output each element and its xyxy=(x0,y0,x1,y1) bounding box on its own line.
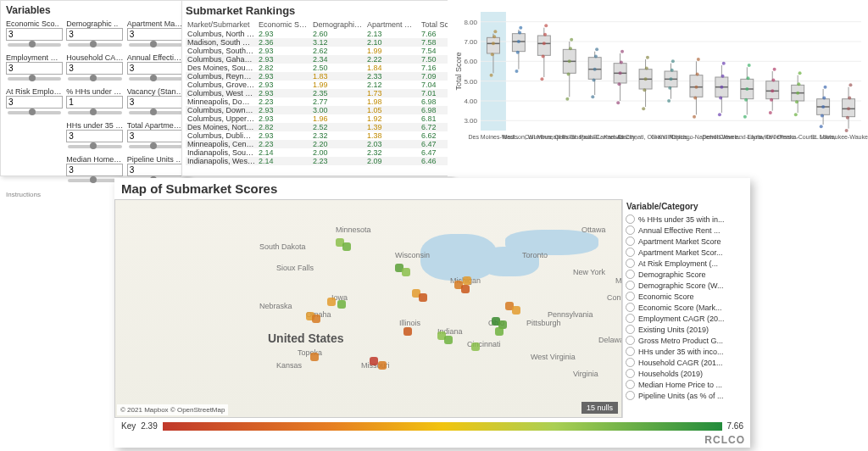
map-state-label: Nebraska xyxy=(259,302,292,310)
map-label: United States xyxy=(268,331,343,345)
logo: RCLCO xyxy=(704,434,745,446)
variables-title: Variables xyxy=(6,4,184,16)
table-row[interactable]: Columbus, Dublin/Hilliard2.932.321.386.6… xyxy=(186,131,453,140)
svg-rect-15 xyxy=(487,37,499,53)
svg-point-143 xyxy=(845,129,849,132)
table-row[interactable]: Des Moines, Northeast ..2.822.521.396.72 xyxy=(186,123,453,131)
category-list[interactable]: Variable/Category % HHs under 35 with in… xyxy=(622,199,750,418)
category-option[interactable]: % HHs under 35 with in... xyxy=(623,214,750,225)
map-state-label: Virginia xyxy=(573,370,598,378)
var-slider[interactable] xyxy=(68,77,121,81)
map-marker[interactable] xyxy=(312,315,320,323)
map-state-label: Illinois xyxy=(399,319,420,327)
category-option[interactable]: Apartment Market Score xyxy=(623,236,750,247)
var-input[interactable] xyxy=(66,28,123,41)
category-option[interactable]: Annual Effective Rent ... xyxy=(623,225,750,236)
svg-point-48 xyxy=(570,38,573,42)
category-option[interactable]: Household CAGR (201... xyxy=(623,357,750,368)
svg-point-20 xyxy=(492,35,496,38)
svg-point-84 xyxy=(671,59,675,63)
var-input[interactable] xyxy=(66,130,123,142)
svg-point-138 xyxy=(824,86,827,89)
map-canvas[interactable]: © 2021 Mapbox © OpenStreetMap 15 nulls U… xyxy=(114,199,622,418)
table-row[interactable]: Indianapolis, West India..2.142.232.096.… xyxy=(186,157,453,165)
var-input[interactable] xyxy=(127,130,184,142)
table-row[interactable]: Columbus, North Centr..2.932.602.137.66 xyxy=(186,30,453,38)
var-input[interactable] xyxy=(6,28,63,41)
var-label: Vacancy (Standard De.. xyxy=(127,87,184,96)
var-input[interactable] xyxy=(66,164,123,176)
var-slider[interactable] xyxy=(129,111,182,114)
map-marker[interactable] xyxy=(495,327,504,336)
var-slider[interactable] xyxy=(129,43,182,47)
col-header[interactable]: Demographic Score xyxy=(311,19,365,30)
map-marker[interactable] xyxy=(463,276,471,285)
map-marker[interactable] xyxy=(444,336,453,344)
var-input[interactable] xyxy=(127,164,184,176)
category-option[interactable]: HHs under 35 with inco... xyxy=(623,346,750,357)
category-option[interactable]: Economic Score (Mark... xyxy=(623,302,750,313)
category-option[interactable]: Gross Metro Product G... xyxy=(623,335,750,346)
category-option[interactable]: Apartment Market Scor... xyxy=(623,247,750,258)
table-row[interactable]: Madison, South Central..2.363.122.107.58 xyxy=(186,38,453,47)
var-slider[interactable] xyxy=(68,111,121,114)
table-row[interactable]: Columbus, Southeast C..2.932.621.997.54 xyxy=(186,47,453,55)
category-option[interactable]: Demographic Score (W... xyxy=(623,280,750,291)
var-input[interactable] xyxy=(6,62,63,75)
table-row[interactable]: Columbus, Upper Arling..2.931.961.926.81 xyxy=(186,114,453,123)
category-option[interactable]: Demographic Score xyxy=(623,269,750,280)
category-option[interactable]: Existing Units (2019) xyxy=(623,324,750,335)
category-option[interactable]: At Risk Employment (... xyxy=(623,258,750,269)
col-header[interactable]: Apartment Market S.. xyxy=(365,19,420,30)
var-slider[interactable] xyxy=(8,77,61,81)
svg-point-107 xyxy=(743,115,747,119)
var-slider[interactable] xyxy=(68,145,121,148)
table-row[interactable]: Columbus, Gahanna/N..2.932.342.227.50 xyxy=(186,55,453,64)
category-option[interactable]: Economic Score xyxy=(623,291,750,302)
map-marker[interactable] xyxy=(402,268,410,276)
table-row[interactable]: Columbus, Reynoldsbur..2.931.832.337.09 xyxy=(186,72,453,81)
var-label: At Risk Employmen.. xyxy=(6,87,63,96)
map-marker[interactable] xyxy=(310,353,319,361)
map-marker[interactable] xyxy=(461,285,470,293)
map-marker[interactable] xyxy=(471,342,480,351)
svg-text:5.00: 5.00 xyxy=(464,78,477,86)
map-marker[interactable] xyxy=(342,242,351,251)
var-input[interactable] xyxy=(127,96,184,109)
category-option[interactable]: Households (2019) xyxy=(623,368,750,379)
svg-point-74 xyxy=(645,67,648,70)
var-slider[interactable] xyxy=(8,43,61,47)
map-state-label: West Virginia xyxy=(531,353,576,361)
category-option[interactable]: Pipeline Units (as % of ... xyxy=(623,390,750,401)
map-marker[interactable] xyxy=(419,293,427,302)
map-marker[interactable] xyxy=(512,306,520,315)
map-marker[interactable] xyxy=(327,298,336,306)
category-option[interactable]: Median Home Price to ... xyxy=(623,379,750,390)
var-input[interactable] xyxy=(6,96,63,109)
table-row[interactable]: Indianapolis, Southwest..2.142.002.326.4… xyxy=(186,148,453,157)
table-row[interactable]: Des Moines, South Des..2.822.501.847.16 xyxy=(186,64,453,72)
var-slider[interactable] xyxy=(129,77,182,81)
var-slider[interactable] xyxy=(129,145,182,148)
var-slider[interactable] xyxy=(8,111,61,114)
col-header[interactable]: Market/Submarket xyxy=(186,19,257,30)
var-label: Total Apartment Net D.. xyxy=(127,121,184,130)
var-input[interactable] xyxy=(127,62,184,75)
var-slider[interactable] xyxy=(68,43,121,47)
var-input[interactable] xyxy=(66,62,123,75)
table-row[interactable]: Columbus, Grove City/..2.931.992.127.04 xyxy=(186,81,453,89)
table-row[interactable]: Minneapolis, Central St..2.232.202.036.4… xyxy=(186,140,453,148)
key-label: Key xyxy=(121,421,136,431)
category-option[interactable]: Employment CAGR (20... xyxy=(623,313,750,324)
var-input[interactable] xyxy=(127,28,184,41)
map-marker[interactable] xyxy=(370,357,378,365)
table-row[interactable]: Columbus, West Colum..2.932.351.737.01 xyxy=(186,89,453,97)
table-row[interactable]: Columbus, Downtown ..2.933.001.056.98 xyxy=(186,106,453,114)
map-marker[interactable] xyxy=(378,361,387,370)
col-header[interactable]: Economic Score xyxy=(257,19,311,30)
table-row[interactable]: Minneapolis, Downtown..2.232.771.986.98 xyxy=(186,97,453,106)
map-marker[interactable] xyxy=(403,327,412,336)
var-label: Median Home Price .. xyxy=(66,155,123,164)
map-marker[interactable] xyxy=(337,300,346,309)
var-input[interactable] xyxy=(66,96,123,109)
